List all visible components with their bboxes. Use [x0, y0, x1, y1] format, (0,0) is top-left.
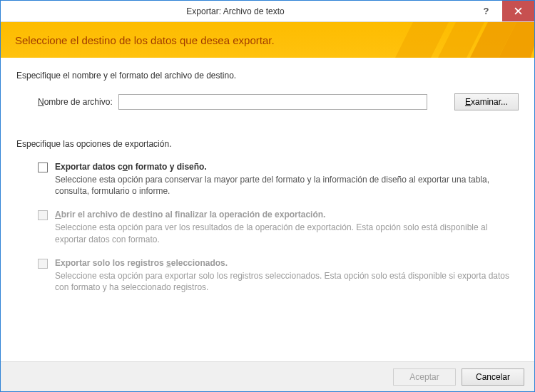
options-section-label: Especifique las opciones de exportación. — [16, 139, 519, 149]
checkbox-open-after — [38, 210, 48, 220]
accept-button: Aceptar — [393, 368, 456, 386]
option-desc: Seleccione esta opción para ver los resu… — [55, 222, 519, 244]
window-controls: ? — [470, 1, 534, 21]
checkbox-export-format[interactable] — [38, 163, 48, 172]
window-title: Exportar: Archivo de texto — [1, 6, 470, 16]
banner-decoration — [356, 22, 534, 58]
title-bar: Exportar: Archivo de texto ? — [1, 1, 534, 22]
option-open-after: Abrir el archivo de destino al finalizar… — [38, 210, 519, 244]
close-button[interactable] — [502, 1, 534, 21]
option-desc: Seleccione esta opción para exportar sol… — [55, 270, 519, 293]
filename-input[interactable] — [118, 94, 427, 110]
option-title: Abrir el archivo de destino al finalizar… — [55, 210, 519, 220]
export-options: Exportar datos con formato y diseño. Sel… — [16, 162, 519, 293]
content-area: Especifique el nombre y el formato del a… — [1, 58, 534, 361]
option-export-format: Exportar datos con formato y diseño. Sel… — [38, 162, 519, 197]
help-button[interactable]: ? — [470, 1, 502, 21]
destination-section-label: Especifique el nombre y el formato del a… — [16, 71, 519, 81]
option-desc: Seleccione esta opción para conservar la… — [55, 174, 519, 197]
banner-title: Seleccione el destino de los datos que d… — [15, 34, 275, 46]
filename-row: Nombre de archivo: Examinar... — [16, 93, 519, 110]
checkbox-selected-records — [38, 259, 48, 269]
banner: Seleccione el destino de los datos que d… — [1, 22, 534, 58]
option-selected-records: Exportar solo los registros seleccionado… — [38, 258, 519, 293]
option-title: Exportar datos con formato y diseño. — [55, 162, 519, 172]
option-title: Exportar solo los registros seleccionado… — [55, 258, 519, 268]
option-text: Exportar solo los registros seleccionado… — [55, 258, 519, 293]
cancel-button[interactable]: Cancelar — [462, 368, 524, 386]
browse-button[interactable]: Examinar... — [454, 93, 519, 110]
option-text: Abrir el archivo de destino al finalizar… — [55, 210, 519, 244]
filename-label: Nombre de archivo: — [38, 97, 113, 107]
footer: Aceptar Cancelar — [1, 361, 534, 391]
option-text: Exportar datos con formato y diseño. Sel… — [55, 162, 519, 197]
close-icon — [514, 7, 522, 15]
